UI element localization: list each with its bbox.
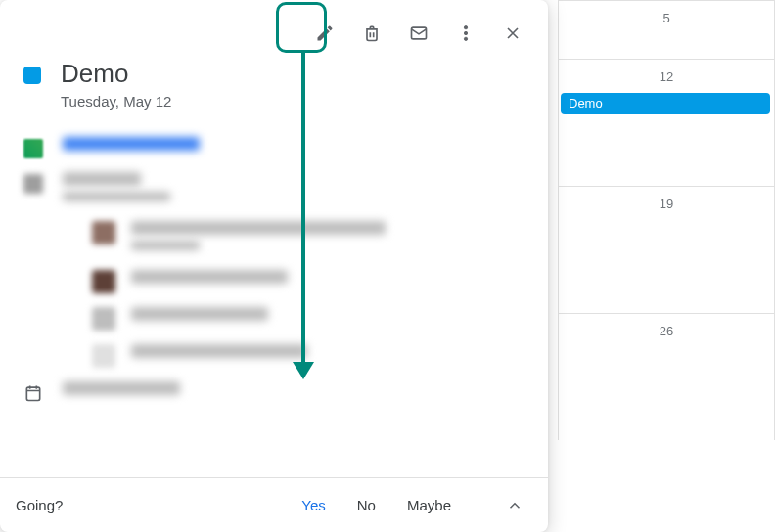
guest-item[interactable]: [92, 307, 524, 331]
chevron-up-icon: [506, 497, 524, 514]
calendar-event-label: Demo: [569, 96, 603, 111]
calendar-name-text: [63, 381, 180, 395]
mail-icon: [409, 23, 429, 43]
calendar-day-number: 12: [660, 69, 673, 84]
guest-name: [131, 307, 268, 321]
more-vert-icon: [456, 23, 476, 43]
video-link-text: [63, 137, 200, 151]
calendar-cell[interactable]: 26: [558, 313, 775, 440]
guest-name: [131, 344, 307, 358]
calendar-grid: 5 12 Demo 19 26: [558, 0, 775, 532]
guest-summary-text: [63, 192, 170, 201]
avatar: [92, 221, 115, 244]
svg-point-2: [464, 31, 467, 34]
separator: [479, 492, 479, 519]
guest-role: [131, 241, 200, 250]
event-date: Tuesday, May 12: [61, 93, 171, 110]
edit-button[interactable]: [305, 14, 344, 53]
guest-count-text: [63, 172, 141, 186]
calendar-day-number: 5: [662, 11, 669, 25]
calendar-day-number: 26: [660, 324, 673, 338]
rsvp-expand-button[interactable]: [497, 488, 532, 523]
guests-row: [23, 172, 524, 207]
event-popup: Demo Tuesday, May 12: [0, 0, 548, 532]
close-icon: [503, 23, 523, 43]
rsvp-bar: Going? Yes No Maybe: [0, 477, 548, 532]
rsvp-maybe[interactable]: Maybe: [397, 491, 461, 519]
delete-button[interactable]: [352, 14, 391, 53]
email-guests-button[interactable]: [399, 14, 438, 53]
close-button[interactable]: [493, 14, 532, 53]
video-icon: [23, 139, 43, 158]
event-color-dot: [23, 66, 41, 84]
calendar-icon: [23, 383, 43, 403]
avatar: [92, 307, 115, 331]
svg-point-1: [464, 26, 467, 29]
people-icon: [23, 174, 43, 194]
calendar-day-number: 19: [660, 197, 673, 211]
rsvp-yes[interactable]: Yes: [292, 491, 335, 519]
guest-item[interactable]: [92, 270, 524, 293]
rsvp-no[interactable]: No: [347, 491, 386, 519]
guest-name: [131, 270, 288, 284]
calendar-cell[interactable]: 12 Demo: [558, 59, 775, 186]
event-title: Demo: [61, 59, 171, 89]
avatar: [92, 344, 115, 368]
options-button[interactable]: [446, 14, 485, 53]
avatar: [92, 270, 115, 293]
calendar-event-chip[interactable]: Demo: [561, 93, 770, 114]
calendar-name-row: [23, 381, 524, 403]
video-call-row[interactable]: [23, 137, 524, 158]
popup-toolbar: [23, 8, 532, 53]
calendar-cell[interactable]: 5: [558, 0, 775, 59]
svg-rect-4: [26, 387, 39, 400]
rsvp-prompt: Going?: [16, 497, 63, 513]
calendar-cell[interactable]: 19: [558, 186, 775, 313]
trash-icon: [362, 23, 382, 43]
guest-item[interactable]: [92, 344, 524, 368]
guest-name: [131, 221, 386, 235]
svg-point-3: [464, 37, 467, 40]
guest-item[interactable]: [92, 221, 524, 256]
pencil-icon: [315, 23, 335, 43]
